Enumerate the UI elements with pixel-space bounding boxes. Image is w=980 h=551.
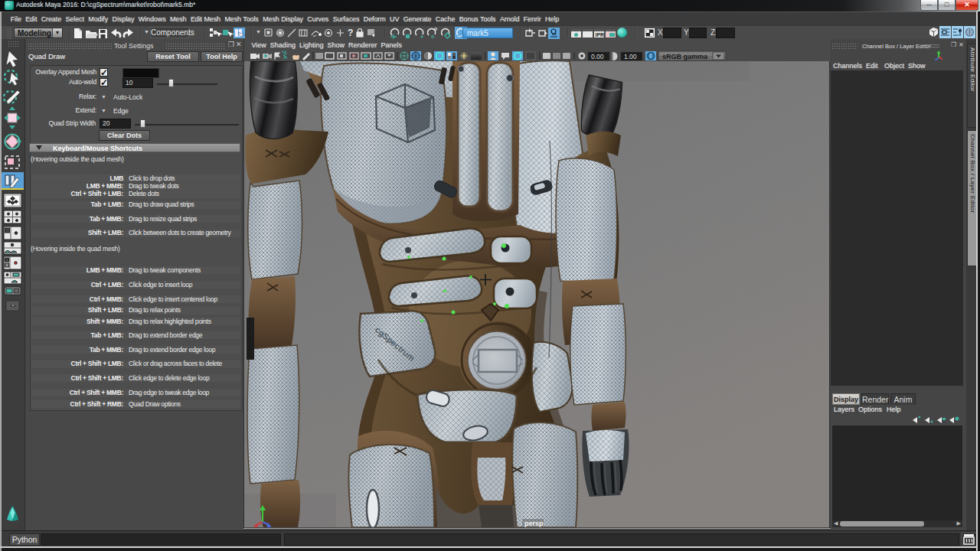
svg-text:0.00: 0.00: [591, 53, 604, 60]
svg-text:IPR: IPR: [596, 32, 605, 37]
svg-text:sRGB gamma: sRGB gamma: [662, 53, 708, 60]
svg-text:1.00: 1.00: [624, 53, 637, 60]
svg-text:?: ?: [348, 28, 353, 38]
